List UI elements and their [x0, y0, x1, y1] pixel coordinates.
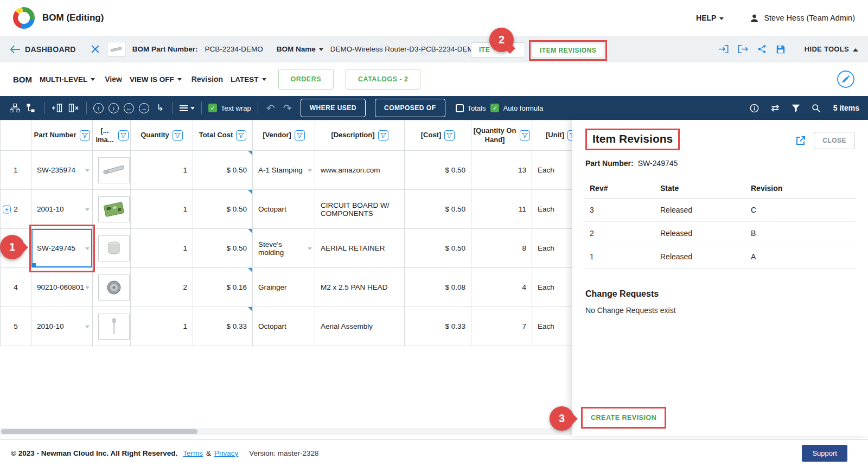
- col-header-image[interactable]: [... ima...: [93, 120, 131, 151]
- part-image[interactable]: [98, 235, 130, 261]
- undo-icon[interactable]: ↶: [265, 101, 277, 115]
- part-number-cell[interactable]: 90210-060801: [31, 268, 93, 307]
- info-icon[interactable]: [749, 101, 761, 115]
- transfer-icon[interactable]: ⇄: [769, 101, 781, 115]
- vendor-cell[interactable]: Octopart: [253, 307, 315, 346]
- qty-on-hand-cell[interactable]: 13: [471, 151, 532, 190]
- col-header-quantity[interactable]: Quantity: [131, 120, 193, 151]
- part-image[interactable]: [98, 275, 130, 301]
- description-cell[interactable]: Aerial Assembly: [315, 307, 405, 346]
- flat-view-icon[interactable]: [25, 101, 37, 115]
- filter-icon[interactable]: [790, 101, 802, 115]
- revision-row[interactable]: 3 Released C: [585, 199, 855, 222]
- open-in-new-icon[interactable]: [795, 135, 806, 146]
- text-wrap-checkbox[interactable]: Text wrap: [208, 104, 251, 112]
- search-icon[interactable]: [810, 101, 822, 115]
- quantity-cell[interactable]: 1: [131, 151, 193, 190]
- filter-icon[interactable]: [444, 130, 455, 141]
- qty-on-hand-cell[interactable]: 11: [471, 190, 532, 229]
- description-cell[interactable]: CIRCUIT BOARD W/ COMPONENTS: [315, 190, 405, 229]
- part-number-cell[interactable]: 2001-10: [31, 190, 93, 229]
- col-header-description[interactable]: [Description]: [315, 120, 405, 151]
- revision-row[interactable]: 1 Released A: [585, 245, 855, 269]
- total-cost-cell[interactable]: $ 0.50: [193, 229, 253, 268]
- col-header-vendor[interactable]: [Vendor]: [253, 120, 315, 151]
- move-up-icon[interactable]: ↑: [93, 103, 104, 113]
- cost-cell[interactable]: $ 0.50: [405, 151, 471, 190]
- part-number-cell[interactable]: 2010-10: [31, 307, 93, 346]
- filter-icon[interactable]: [118, 130, 129, 141]
- composed-of-button[interactable]: COMPOSED OF: [375, 99, 445, 117]
- remove-column-icon[interactable]: [68, 101, 80, 115]
- vendor-cell[interactable]: A-1 Stamping: [253, 151, 315, 190]
- filter-icon[interactable]: [173, 130, 183, 141]
- bom-thumbnail[interactable]: [107, 42, 125, 56]
- quantity-cell[interactable]: 2: [131, 268, 193, 307]
- tree-view-icon[interactable]: [9, 101, 21, 115]
- revision-dropdown[interactable]: LATEST: [231, 75, 266, 84]
- qty-on-hand-cell[interactable]: 4: [471, 268, 532, 307]
- part-image[interactable]: [98, 157, 130, 183]
- vendor-cell[interactable]: Steve's molding: [253, 229, 315, 268]
- quantity-cell[interactable]: 1: [131, 229, 193, 268]
- bom-level-dropdown[interactable]: MULTI-LEVEL: [40, 75, 95, 84]
- col-header-part-number[interactable]: Part Number: [31, 120, 93, 151]
- catalogs-button[interactable]: CATALOGS - 2: [346, 69, 420, 90]
- horizontal-scrollbar[interactable]: [0, 428, 572, 435]
- move-right-icon[interactable]: →: [139, 103, 149, 113]
- selection-handle[interactable]: [32, 263, 36, 267]
- redo-icon[interactable]: ↷: [282, 101, 293, 115]
- close-button[interactable]: CLOSE: [814, 132, 855, 149]
- qty-on-hand-cell[interactable]: 7: [471, 307, 532, 346]
- auto-formula-checkbox[interactable]: Auto formula: [490, 104, 543, 112]
- description-cell[interactable]: www.amazon.com: [315, 151, 405, 190]
- total-cost-cell[interactable]: $ 0.33: [193, 307, 253, 346]
- dashboard-link[interactable]: DASHBOARD: [10, 45, 76, 54]
- save-icon[interactable]: [776, 44, 786, 54]
- cell-dropdown-icon[interactable]: [85, 169, 90, 172]
- cell-dropdown-icon[interactable]: [308, 169, 312, 172]
- bom-name-dropdown[interactable]: BOM Name: [277, 45, 323, 53]
- cost-cell[interactable]: $ 0.08: [405, 268, 471, 307]
- cell-dropdown-icon[interactable]: [85, 208, 90, 211]
- hide-tools-toggle[interactable]: HIDE TOOLS: [805, 45, 858, 53]
- vendor-cell[interactable]: Octopart: [253, 190, 315, 229]
- quantity-cell[interactable]: 1: [131, 307, 193, 346]
- cell-dropdown-icon[interactable]: [85, 325, 90, 328]
- filter-icon[interactable]: [80, 130, 90, 141]
- part-number-cell-selected[interactable]: SW-249745: [31, 229, 93, 268]
- where-used-button[interactable]: WHERE USED: [301, 99, 366, 117]
- total-cost-cell[interactable]: $ 0.50: [193, 190, 253, 229]
- view-dropdown[interactable]: VIEW IS OFF: [130, 75, 182, 84]
- support-button[interactable]: Support: [802, 445, 847, 462]
- filter-icon[interactable]: [520, 130, 530, 141]
- total-cost-cell[interactable]: $ 0.50: [193, 151, 253, 190]
- align-menu-icon[interactable]: [180, 101, 195, 115]
- user-menu[interactable]: Steve Hess (Team Admin): [750, 14, 855, 23]
- filter-icon[interactable]: [295, 130, 305, 141]
- vendor-cell[interactable]: Grainger: [253, 268, 315, 307]
- cell-dropdown-icon[interactable]: [308, 247, 312, 250]
- quantity-cell[interactable]: 1: [131, 190, 193, 229]
- share-icon[interactable]: [757, 44, 767, 54]
- expand-row-icon[interactable]: [3, 205, 11, 213]
- part-image[interactable]: [98, 314, 130, 340]
- col-header-qty-on-hand[interactable]: [Quantity On Hand]: [471, 120, 532, 151]
- create-revision-button[interactable]: CREATE REVISION: [584, 410, 663, 425]
- total-cost-cell[interactable]: $ 0.16: [193, 268, 253, 307]
- import-icon[interactable]: [718, 44, 729, 54]
- terms-link[interactable]: Terms: [183, 449, 203, 457]
- export-icon[interactable]: [738, 44, 748, 54]
- item-revisions-button[interactable]: ITEM REVISIONS: [532, 43, 604, 58]
- orders-button[interactable]: ORDERS: [278, 69, 334, 90]
- move-down-icon[interactable]: ↓: [108, 103, 119, 113]
- col-header-cost[interactable]: [Cost]: [405, 120, 471, 151]
- description-cell[interactable]: AERIAL RETAINER: [315, 229, 405, 268]
- cell-dropdown-icon[interactable]: [85, 286, 90, 289]
- move-left-icon[interactable]: ←: [124, 103, 134, 113]
- privacy-link[interactable]: Privacy: [214, 449, 238, 457]
- markup-edit-icon[interactable]: [837, 70, 855, 88]
- part-number-cell[interactable]: SW-235974: [31, 151, 93, 190]
- filter-icon[interactable]: [236, 130, 246, 141]
- indent-icon[interactable]: ↳: [154, 101, 166, 115]
